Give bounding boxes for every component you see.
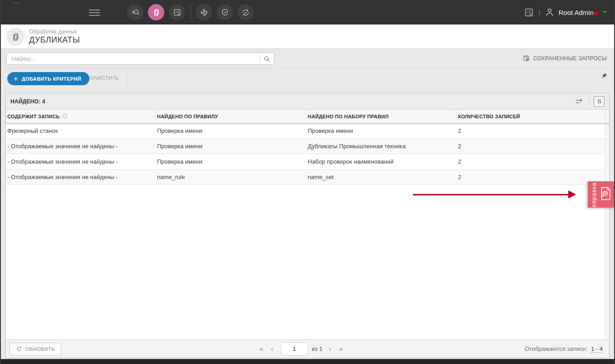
records-range[interactable]: 1 - 4 (591, 345, 603, 353)
help-tab[interactable]: справка (588, 181, 614, 208)
topbar-right: | Root Admin (524, 0, 608, 24)
app-window: | Root Admin Обработка данных ДУБЛИКАТЫ (0, 0, 615, 364)
user-icon[interactable] (545, 7, 555, 17)
sync-icon[interactable] (237, 4, 254, 20)
export-rows-icon[interactable] (574, 97, 584, 107)
grid-footer: ОБНОВИТЬ « ‹ из 1 › » Отображаются запис… (6, 340, 609, 358)
logo (13, 2, 20, 4)
topbar-divider: | (539, 9, 541, 16)
next-page-icon[interactable]: › (325, 345, 335, 354)
record-search-icon[interactable] (127, 4, 143, 20)
tasks-icon[interactable] (524, 7, 534, 18)
bottom-window-edge (1, 359, 614, 364)
breadcrumb: Обработка данных (29, 29, 77, 35)
column-header-found-by-rule[interactable]: НАЙДЕНО ПО ПРАВИЛУ (156, 110, 306, 123)
table-row[interactable]: - Отображаемые значения не найдены - nam… (6, 170, 605, 185)
hamburger-menu-icon[interactable] (89, 8, 100, 17)
grid-column-headers: СОДЕРЖИТ ЗАПИСЬ НАЙДЕНО ПО ПРАВИЛУ НАЙДЕ… (6, 110, 609, 123)
table-row[interactable]: Фрезерный станок Проверка имени Проверка… (6, 123, 605, 139)
pin-icon[interactable] (600, 73, 608, 82)
saved-queries-button[interactable]: СОХРАНЕННЫЕ ЗАПРОСЫ (522, 54, 607, 62)
page-of-label: из 1 (311, 345, 322, 352)
column-header-record-count[interactable]: КОЛИЧЕСТВО ЗАПИСЕЙ (457, 110, 605, 123)
add-criterion-label: ДОБАВИТЬ КРИТЕРИЙ (22, 76, 81, 82)
grid-body: Фрезерный станок Проверка имени Проверка… (6, 123, 609, 340)
chevron-down-icon[interactable] (602, 8, 608, 16)
prev-page-icon[interactable]: ‹ (267, 345, 277, 354)
main-nav (127, 4, 258, 20)
table-row[interactable]: - Отображаемые значения не найдены - Про… (6, 139, 605, 154)
annotation-arrow-line (413, 194, 569, 195)
clear-button[interactable]: ОЧИСТИТЬ (90, 75, 119, 81)
grid-header-divider (589, 97, 589, 107)
column-header-found-by-ruleset[interactable]: НАЙДЕНО ПО НАБОРУ ПРАВИЛ (306, 110, 457, 123)
criteria-divider (127, 72, 127, 86)
refresh-label: ОБНОВИТЬ (25, 346, 55, 352)
plus-icon: + (14, 75, 18, 83)
first-page-icon[interactable]: « (256, 345, 267, 354)
grid-header: НАЙДЕНО: 4 (6, 93, 609, 110)
security-icon[interactable] (216, 4, 233, 20)
page-title: ДУБЛИКАТЫ (29, 35, 80, 45)
add-criterion-button[interactable]: + ДОБАВИТЬ КРИТЕРИЙ (7, 72, 89, 85)
records-info: Отображаются записи: 1 - 4 (525, 345, 603, 352)
notification-dot (595, 12, 598, 15)
duplicates-page-icon (6, 28, 25, 46)
duplicates-icon[interactable] (148, 4, 164, 20)
column-settings-icon[interactable] (594, 96, 605, 107)
header-scrollbar-strip (605, 110, 609, 123)
refresh-button[interactable]: ОБНОВИТЬ (10, 343, 61, 355)
annotation-arrow-head (568, 190, 576, 199)
checklist-icon[interactable] (169, 4, 185, 20)
records-label: Отображаются записи: (525, 345, 587, 352)
vertical-scrollbar[interactable] (605, 123, 609, 340)
nav-divider (191, 5, 191, 19)
page-number-input[interactable] (280, 342, 308, 355)
search-row: СОХРАНЕННЫЕ ЗАПРОСЫ (1, 49, 614, 68)
help-question-icon[interactable] (62, 113, 68, 120)
last-page-icon[interactable]: » (335, 345, 346, 354)
pagination: « ‹ из 1 › » (256, 340, 346, 358)
search-input[interactable] (7, 53, 260, 64)
found-count-label: НАЙДЕНО: 4 (10, 98, 45, 105)
help-tab-label: справка (590, 181, 597, 208)
search-icon[interactable] (260, 53, 274, 64)
integration-icon[interactable] (196, 4, 212, 20)
saved-queries-label: СОХРАНЕННЫЕ ЗАПРОСЫ (533, 55, 607, 62)
table-row[interactable]: - Отображаемые значения не найдены - Про… (6, 154, 605, 170)
document-search-icon (599, 186, 612, 203)
topbar: | Root Admin (1, 0, 614, 24)
column-header-contains-record[interactable]: СОДЕРЖИТ ЗАПИСЬ (6, 110, 156, 123)
search-box (6, 53, 274, 65)
user-name[interactable]: Root Admin (558, 9, 594, 16)
results-grid-panel: НАЙДЕНО: 4 СОДЕРЖИТ ЗАПИСЬ (5, 93, 610, 358)
titlebar: Обработка данных ДУБЛИКАТЫ (1, 24, 614, 49)
criteria-row: + ДОБАВИТЬ КРИТЕРИЙ ОЧИСТИТЬ (1, 69, 614, 88)
